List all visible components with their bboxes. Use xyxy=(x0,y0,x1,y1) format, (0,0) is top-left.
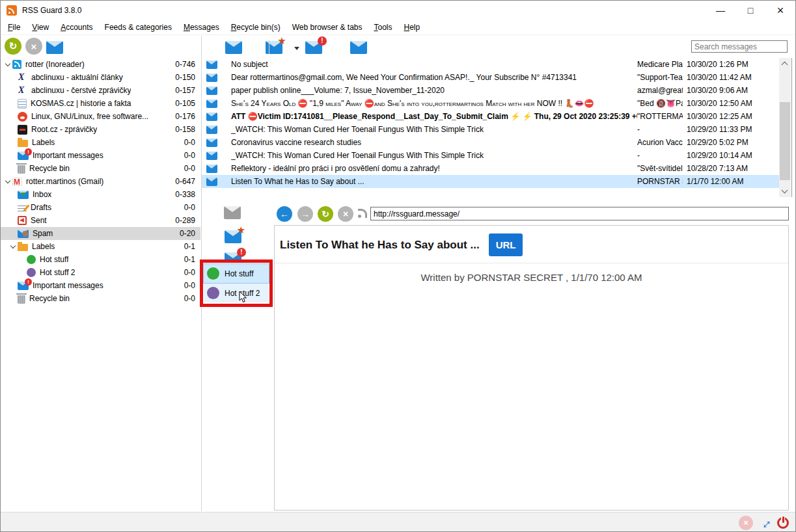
unread-total-count: 0-1 xyxy=(184,242,200,251)
toggle-read-icon[interactable] xyxy=(224,206,241,219)
mark-message-read-icon[interactable] xyxy=(225,41,242,54)
search-input[interactable] xyxy=(691,40,788,53)
inoreader-icon xyxy=(12,60,21,69)
back-button[interactable]: ← xyxy=(277,206,292,222)
menu-help[interactable]: Help xyxy=(398,21,426,34)
message-row[interactable]: Listen To What he Has to Say about ...PO… xyxy=(202,175,779,188)
unread-total-count: 0-150 xyxy=(175,73,200,82)
label-item-hot-stuff[interactable]: Hot stuff xyxy=(204,264,269,283)
unread-total-count: 0-0 xyxy=(184,294,200,303)
feed-item-hot-stuff[interactable]: Hot stuff0-1 xyxy=(1,253,200,266)
feed-item-abclinuxu-aktu-ln-l-nky[interactable]: abclinuxu - aktuální články0-150 xyxy=(1,71,200,84)
menu-file[interactable]: File xyxy=(2,21,26,34)
main-toolbar: ↻ × ★ ! xyxy=(1,36,795,58)
stop-load-button[interactable]: × xyxy=(338,206,353,222)
important-icon: ! xyxy=(18,152,29,160)
message-row[interactable]: ATT ⛔Victim ID:1741081__Please_Respond__… xyxy=(202,110,779,123)
mark-important-icon[interactable]: ★ xyxy=(266,41,282,54)
unread-total-count: 0-0 xyxy=(184,203,200,212)
message-sender: "Svět-svítidel.cz" ... xyxy=(637,164,683,173)
mark-alert-icon[interactable]: ! xyxy=(305,41,322,54)
menu-feeds-categories[interactable]: Feeds & categories xyxy=(99,21,178,34)
unread-total-count: 0-289 xyxy=(175,216,200,225)
message-row[interactable]: _WATCH: This Woman Cured Her Toenail Fun… xyxy=(202,149,779,162)
feed-item-kosmas-cz-historie-a-fakta[interactable]: KOSMAS.cz | historie a fakta0-105 xyxy=(1,97,200,110)
feed-item-root-cz-zpr-vi-ky[interactable]: Root.cz - zprávičky0-158 xyxy=(1,123,200,136)
feed-item-rotter-martinos-gmail[interactable]: rotter.martinos (Gmail)0-647 xyxy=(1,175,200,188)
close-button[interactable]: × xyxy=(765,1,795,20)
message-sender: - xyxy=(637,125,683,134)
feed-item-drafts[interactable]: Drafts0-0 xyxy=(1,201,200,214)
scroll-up-icon[interactable] xyxy=(782,62,788,68)
message-row[interactable]: Reflektory - ideální pro práci i pro osv… xyxy=(202,162,779,175)
mail-icon xyxy=(206,86,217,95)
message-sender: "ROTTERMARTIN... xyxy=(637,112,683,121)
menu-messages[interactable]: Messages xyxy=(178,21,225,34)
stop-fetching-button[interactable]: × xyxy=(25,38,42,55)
feed-item-recycle-bin[interactable]: Recycle bin0-0 xyxy=(1,292,200,305)
unread-total-count: 0-0 xyxy=(184,281,200,290)
feed-item-important-messages[interactable]: !Important messages0-0 xyxy=(1,149,200,162)
quit-power-icon[interactable] xyxy=(777,517,789,529)
mail-icon xyxy=(206,152,217,160)
message-subject: No subject xyxy=(231,60,637,69)
refresh-feeds-button[interactable]: ↻ xyxy=(5,38,21,55)
feed-label: Drafts xyxy=(31,203,51,212)
chevron-down-icon[interactable] xyxy=(294,47,299,50)
feed-label: Sent xyxy=(31,216,47,225)
chevron-down-icon[interactable] xyxy=(3,181,12,183)
unread-total-count: 0-0 xyxy=(184,151,200,160)
unread-total-count: 0-157 xyxy=(175,86,200,95)
menu-accounts[interactable]: Accounts xyxy=(55,21,98,34)
message-list-scrollbar[interactable] xyxy=(779,58,791,197)
feed-label: rotter.martinos (Gmail) xyxy=(26,177,103,186)
message-row[interactable]: Dear rottermartinos@gmail.com, We Need Y… xyxy=(202,71,779,84)
maximize-button[interactable]: □ xyxy=(735,1,765,20)
feed-item-inbox[interactable]: Inbox0-338 xyxy=(1,188,200,201)
unread-total-count: 0-647 xyxy=(175,177,200,186)
scrollbar-thumb[interactable] xyxy=(780,102,790,180)
feed-item-hot-stuff-2[interactable]: Hot stuff 20-0 xyxy=(1,266,200,279)
message-date: 10/30/20 1:26 PM xyxy=(683,60,779,69)
menu-bar: FileViewAccountsFeeds & categoriesMessag… xyxy=(1,20,795,35)
menu-view[interactable]: View xyxy=(26,21,55,34)
message-row[interactable]: _WATCH: This Woman Cured Her Toenail Fun… xyxy=(202,123,779,136)
scroll-down-icon[interactable] xyxy=(782,187,788,194)
trash-icon xyxy=(18,165,25,174)
feed-item-recycle-bin[interactable]: Recycle bin0-0 xyxy=(1,162,200,175)
mark-read-icon[interactable] xyxy=(46,41,63,54)
message-row[interactable]: Coronavirus vaccine research studiesAcur… xyxy=(202,136,779,149)
reload-button[interactable]: ↻ xyxy=(318,206,333,222)
menu-tools[interactable]: Tools xyxy=(368,21,398,34)
feed-item-rotter-inoreader[interactable]: rotter (Inoreader)0-746 xyxy=(1,58,200,71)
message-sender: azmal@greatlake... xyxy=(637,86,683,95)
mark-read-menu-icon[interactable] xyxy=(350,41,367,54)
feed-item-abclinuxu-erstv-zpr-vi-ky[interactable]: abclinuxu - čerstvé zprávičky0-157 xyxy=(1,84,200,97)
menu-recycle-bin-s[interactable]: Recycle bin(s) xyxy=(225,21,286,34)
feed-label: Important messages xyxy=(33,151,103,160)
chevron-down-icon[interactable] xyxy=(3,64,12,66)
minimize-button[interactable]: — xyxy=(706,1,735,20)
fullscreen-icon[interactable]: ↔ xyxy=(756,513,775,532)
feed-label: Labels xyxy=(32,138,55,147)
feed-item-spam[interactable]: Spam0-20 xyxy=(1,227,200,240)
article-url-button[interactable]: URL xyxy=(489,233,523,256)
article-preview: Listen To What he Has to Say about ... U… xyxy=(274,225,789,511)
feed-item-labels[interactable]: Labels0-1 xyxy=(1,240,200,253)
forward-button[interactable]: → xyxy=(297,206,313,222)
feed-item-sent[interactable]: Sent0-289 xyxy=(1,214,200,227)
chevron-down-icon[interactable] xyxy=(8,246,18,248)
toggle-important-icon[interactable]: ★ xyxy=(225,230,241,243)
message-row[interactable]: She's 24 Years Old ⛔ "1,9 miles" Away ⛔a… xyxy=(202,97,779,110)
feed-item-linux-gnu-linux-free-software[interactable]: Linux, GNU/Linux, free software...0-176 xyxy=(1,110,200,123)
menu-web-browser-tabs[interactable]: Web browser & tabs xyxy=(286,21,368,34)
mail-icon xyxy=(206,60,217,69)
feed-item-labels[interactable]: Labels0-0 xyxy=(1,136,200,149)
label-item-hot-stuff-2[interactable]: Hot stuff 2 xyxy=(204,284,269,302)
message-subject: Coronavirus vaccine research studies xyxy=(231,138,637,147)
feed-item-important-messages[interactable]: !Important messages0-0 xyxy=(1,279,200,292)
unread-total-count: 0-105 xyxy=(175,99,200,108)
message-row[interactable]: No subjectMedicare Plan <e...10/30/20 1:… xyxy=(202,58,779,71)
message-row[interactable]: paper publish online___Volume: 7, Issue_… xyxy=(202,84,779,97)
url-input[interactable] xyxy=(370,207,789,220)
